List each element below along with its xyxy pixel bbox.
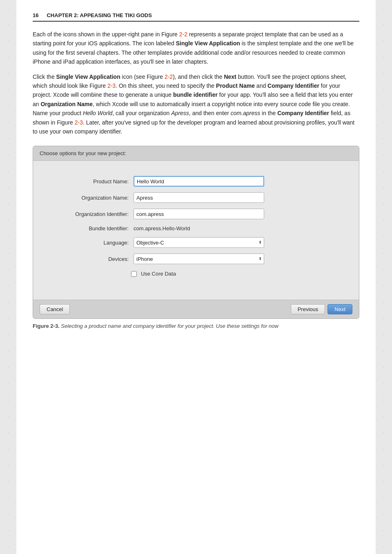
- dialog-content: Product Name: Organization Name:: [33, 161, 359, 300]
- language-label: Language:: [41, 234, 131, 251]
- chapter-title: CHAPTER 2: Appeasing the Tiki Gods: [47, 12, 151, 18]
- dialog-title-bar: Choose options for your new project:: [33, 146, 359, 161]
- dialog-title: Choose options for your new project:: [40, 150, 126, 156]
- dialog-box: Choose options for your new project: Pro…: [33, 146, 359, 319]
- previous-button[interactable]: Previous: [291, 304, 325, 314]
- page-header: 16 CHAPTER 2: Appeasing the Tiki Gods: [33, 12, 359, 22]
- bundle-id-row: Bundle Identifier: com.apress.Hello-Worl…: [41, 222, 351, 234]
- page-number: 16: [33, 12, 38, 18]
- language-select-cell: Objective-C Swift ⬍: [131, 234, 351, 251]
- figure-caption-label: Figure 2-3.: [33, 323, 60, 329]
- product-name-row: Product Name:: [41, 173, 351, 189]
- bundle-id-label: Bundle Identifier:: [41, 222, 131, 234]
- org-name-input-cell: [131, 189, 351, 206]
- core-data-checkbox[interactable]: [131, 271, 137, 277]
- org-name-label: Organization Name:: [41, 189, 131, 206]
- core-data-spacer: [41, 267, 131, 280]
- product-name-label: Product Name:: [41, 173, 131, 189]
- figure-ref-2-3a[interactable]: 2-3: [107, 82, 116, 89]
- next-button[interactable]: Next: [327, 304, 352, 314]
- body-paragraph-2: Click the Single View Application icon (…: [33, 72, 359, 136]
- product-name-input[interactable]: [134, 176, 264, 187]
- figure-caption-text: Selecting a product name and company ide…: [60, 323, 278, 329]
- devices-select[interactable]: iPhone iPad Universal: [134, 254, 264, 264]
- body-paragraph-1: Each of the icons shown in the upper-rig…: [33, 30, 359, 67]
- language-row: Language: Objective-C Swift ⬍: [41, 234, 351, 251]
- org-id-input[interactable]: [134, 209, 264, 219]
- devices-label: Devices:: [41, 251, 131, 267]
- bundle-id-value: com.apress.Hello-World: [134, 225, 190, 231]
- language-select[interactable]: Objective-C Swift: [134, 237, 264, 248]
- core-data-checkbox-cell: Use Core Data: [131, 267, 351, 280]
- page: 16 CHAPTER 2: Appeasing the Tiki Gods Ea…: [16, 0, 376, 554]
- figure-ref-2-2a[interactable]: 2-2: [179, 31, 187, 38]
- org-name-input[interactable]: [134, 192, 264, 203]
- devices-select-cell: iPhone iPad Universal ⬍: [131, 251, 351, 267]
- figure-ref-2-3b[interactable]: 2-3: [75, 119, 83, 126]
- figure-caption: Figure 2-3. Selecting a product name and…: [33, 323, 359, 329]
- footer-right-buttons: Previous Next: [291, 304, 352, 314]
- core-data-row: Use Core Data: [41, 267, 351, 280]
- devices-select-wrapper: iPhone iPad Universal ⬍: [134, 254, 264, 264]
- language-select-wrapper: Objective-C Swift ⬍: [134, 237, 264, 248]
- dialog-footer: Cancel Previous Next: [33, 300, 359, 318]
- cancel-button[interactable]: Cancel: [40, 304, 70, 314]
- org-id-label: Organization Identifier:: [41, 206, 131, 222]
- form-table: Product Name: Organization Name:: [41, 173, 351, 280]
- devices-row: Devices: iPhone iPad Universal ⬍: [41, 251, 351, 267]
- core-data-label[interactable]: Use Core Data: [141, 271, 176, 277]
- org-name-row: Organization Name:: [41, 189, 351, 206]
- bundle-id-value-cell: com.apress.Hello-World: [131, 222, 351, 234]
- org-id-row: Organization Identifier:: [41, 206, 351, 222]
- product-name-input-cell: [131, 173, 351, 189]
- org-id-input-cell: [131, 206, 351, 222]
- figure-ref-2-2b[interactable]: 2-2: [165, 73, 173, 80]
